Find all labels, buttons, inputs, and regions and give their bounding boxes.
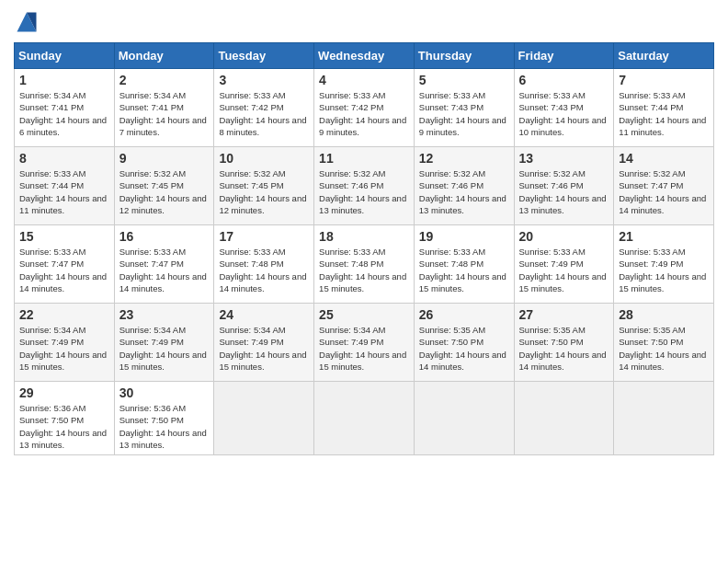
day-number: 8: [19, 151, 109, 166]
day-info: Sunrise: 5:34 AM Sunset: 7:49 PM Dayligh…: [319, 324, 409, 373]
calendar-day-cell: [514, 382, 614, 455]
day-info: Sunrise: 5:33 AM Sunset: 7:43 PM Dayligh…: [419, 89, 509, 138]
day-info: Sunrise: 5:33 AM Sunset: 7:49 PM Dayligh…: [619, 246, 709, 294]
day-info: Sunrise: 5:36 AM Sunset: 7:50 PM Dayligh…: [19, 402, 109, 451]
calendar-day-cell: [214, 382, 314, 455]
calendar-day-cell: 18 Sunrise: 5:33 AM Sunset: 7:48 PM Dayl…: [314, 225, 415, 304]
day-info: Sunrise: 5:35 AM Sunset: 7:50 PM Dayligh…: [619, 324, 709, 373]
day-info: Sunrise: 5:33 AM Sunset: 7:48 PM Dayligh…: [219, 246, 309, 294]
day-info: Sunrise: 5:35 AM Sunset: 7:50 PM Dayligh…: [519, 324, 609, 373]
day-info: Sunrise: 5:33 AM Sunset: 7:44 PM Dayligh…: [19, 167, 109, 216]
calendar-day-cell: 2 Sunrise: 5:34 AM Sunset: 7:41 PM Dayli…: [114, 69, 214, 147]
day-info: Sunrise: 5:33 AM Sunset: 7:42 PM Dayligh…: [219, 89, 309, 138]
day-info: Sunrise: 5:32 AM Sunset: 7:47 PM Dayligh…: [619, 167, 709, 216]
calendar-week-row: 8 Sunrise: 5:33 AM Sunset: 7:44 PM Dayli…: [15, 147, 714, 225]
day-number: 13: [519, 151, 609, 166]
calendar-day-cell: [314, 382, 415, 455]
day-info: Sunrise: 5:32 AM Sunset: 7:45 PM Dayligh…: [219, 167, 309, 216]
day-header-tuesday: Tuesday: [214, 43, 314, 69]
day-info: Sunrise: 5:33 AM Sunset: 7:43 PM Dayligh…: [519, 89, 609, 138]
calendar-day-cell: 28 Sunrise: 5:35 AM Sunset: 7:50 PM Dayl…: [614, 304, 714, 382]
day-info: Sunrise: 5:34 AM Sunset: 7:49 PM Dayligh…: [19, 324, 109, 373]
day-number: 21: [619, 229, 709, 244]
calendar-day-cell: 26 Sunrise: 5:35 AM Sunset: 7:50 PM Dayl…: [414, 304, 514, 382]
calendar-day-cell: [414, 382, 514, 455]
calendar-day-cell: 16 Sunrise: 5:33 AM Sunset: 7:47 PM Dayl…: [114, 225, 214, 304]
calendar-week-row: 22 Sunrise: 5:34 AM Sunset: 7:49 PM Dayl…: [15, 304, 714, 382]
calendar-week-row: 29 Sunrise: 5:36 AM Sunset: 7:50 PM Dayl…: [15, 382, 714, 455]
day-number: 7: [619, 73, 709, 87]
calendar-day-cell: 4 Sunrise: 5:33 AM Sunset: 7:42 PM Dayli…: [314, 69, 415, 147]
page-header: [14, 9, 714, 35]
day-info: Sunrise: 5:33 AM Sunset: 7:48 PM Dayligh…: [419, 246, 509, 294]
day-number: 16: [119, 229, 210, 244]
calendar-day-cell: 7 Sunrise: 5:33 AM Sunset: 7:44 PM Dayli…: [614, 69, 714, 147]
calendar-week-row: 1 Sunrise: 5:34 AM Sunset: 7:41 PM Dayli…: [15, 69, 714, 147]
day-info: Sunrise: 5:34 AM Sunset: 7:41 PM Dayligh…: [119, 89, 210, 138]
day-number: 19: [419, 229, 509, 244]
day-number: 4: [319, 73, 409, 87]
day-number: 15: [19, 229, 109, 244]
calendar-table: SundayMondayTuesdayWednesdayThursdayFrid…: [14, 42, 714, 455]
day-header-monday: Monday: [114, 43, 214, 69]
logo-icon: [14, 9, 40, 35]
day-number: 18: [319, 229, 409, 244]
calendar-day-cell: 10 Sunrise: 5:32 AM Sunset: 7:45 PM Dayl…: [214, 147, 314, 225]
calendar-day-cell: 20 Sunrise: 5:33 AM Sunset: 7:49 PM Dayl…: [514, 225, 614, 304]
day-number: 26: [419, 307, 509, 322]
day-info: Sunrise: 5:32 AM Sunset: 7:45 PM Dayligh…: [119, 167, 210, 216]
calendar-day-cell: 22 Sunrise: 5:34 AM Sunset: 7:49 PM Dayl…: [15, 304, 115, 382]
day-info: Sunrise: 5:33 AM Sunset: 7:44 PM Dayligh…: [619, 89, 709, 138]
day-number: 10: [219, 151, 309, 166]
day-info: Sunrise: 5:35 AM Sunset: 7:50 PM Dayligh…: [419, 324, 509, 373]
day-number: 30: [119, 385, 210, 400]
day-info: Sunrise: 5:36 AM Sunset: 7:50 PM Dayligh…: [119, 402, 210, 451]
calendar-day-cell: 17 Sunrise: 5:33 AM Sunset: 7:48 PM Dayl…: [214, 225, 314, 304]
day-number: 2: [119, 73, 210, 87]
calendar-day-cell: 23 Sunrise: 5:34 AM Sunset: 7:49 PM Dayl…: [114, 304, 214, 382]
day-number: 14: [619, 151, 709, 166]
day-number: 23: [119, 307, 210, 322]
calendar-day-cell: 9 Sunrise: 5:32 AM Sunset: 7:45 PM Dayli…: [114, 147, 214, 225]
day-number: 12: [419, 151, 509, 166]
day-number: 20: [519, 229, 609, 244]
day-info: Sunrise: 5:33 AM Sunset: 7:47 PM Dayligh…: [119, 246, 210, 294]
calendar-header-row: SundayMondayTuesdayWednesdayThursdayFrid…: [15, 43, 714, 69]
day-number: 29: [19, 385, 109, 400]
day-info: Sunrise: 5:33 AM Sunset: 7:48 PM Dayligh…: [319, 246, 409, 294]
calendar-week-row: 15 Sunrise: 5:33 AM Sunset: 7:47 PM Dayl…: [15, 225, 714, 304]
day-number: 27: [519, 307, 609, 322]
day-header-sunday: Sunday: [15, 43, 115, 69]
calendar-day-cell: 25 Sunrise: 5:34 AM Sunset: 7:49 PM Dayl…: [314, 304, 415, 382]
calendar-day-cell: 21 Sunrise: 5:33 AM Sunset: 7:49 PM Dayl…: [614, 225, 714, 304]
day-number: 24: [219, 307, 309, 322]
calendar-day-cell: 27 Sunrise: 5:35 AM Sunset: 7:50 PM Dayl…: [514, 304, 614, 382]
day-info: Sunrise: 5:32 AM Sunset: 7:46 PM Dayligh…: [319, 167, 409, 216]
logo: [14, 9, 43, 35]
calendar-day-cell: 12 Sunrise: 5:32 AM Sunset: 7:46 PM Dayl…: [414, 147, 514, 225]
day-header-friday: Friday: [514, 43, 614, 69]
day-number: 9: [119, 151, 210, 166]
day-number: 22: [19, 307, 109, 322]
day-info: Sunrise: 5:33 AM Sunset: 7:49 PM Dayligh…: [519, 246, 609, 294]
day-info: Sunrise: 5:33 AM Sunset: 7:47 PM Dayligh…: [19, 246, 109, 294]
calendar-day-cell: 3 Sunrise: 5:33 AM Sunset: 7:42 PM Dayli…: [214, 69, 314, 147]
day-number: 17: [219, 229, 309, 244]
calendar-day-cell: 1 Sunrise: 5:34 AM Sunset: 7:41 PM Dayli…: [15, 69, 115, 147]
day-number: 28: [619, 307, 709, 322]
calendar-day-cell: [614, 382, 714, 455]
calendar-day-cell: 5 Sunrise: 5:33 AM Sunset: 7:43 PM Dayli…: [414, 69, 514, 147]
day-info: Sunrise: 5:34 AM Sunset: 7:41 PM Dayligh…: [19, 89, 109, 138]
calendar-day-cell: 15 Sunrise: 5:33 AM Sunset: 7:47 PM Dayl…: [15, 225, 115, 304]
day-header-wednesday: Wednesday: [314, 43, 415, 69]
calendar-day-cell: 14 Sunrise: 5:32 AM Sunset: 7:47 PM Dayl…: [614, 147, 714, 225]
calendar-day-cell: 19 Sunrise: 5:33 AM Sunset: 7:48 PM Dayl…: [414, 225, 514, 304]
day-number: 3: [219, 73, 309, 87]
calendar-day-cell: 24 Sunrise: 5:34 AM Sunset: 7:49 PM Dayl…: [214, 304, 314, 382]
day-number: 6: [519, 73, 609, 87]
day-info: Sunrise: 5:32 AM Sunset: 7:46 PM Dayligh…: [419, 167, 509, 216]
day-number: 25: [319, 307, 409, 322]
day-info: Sunrise: 5:32 AM Sunset: 7:46 PM Dayligh…: [519, 167, 609, 216]
calendar-day-cell: 29 Sunrise: 5:36 AM Sunset: 7:50 PM Dayl…: [15, 382, 115, 455]
calendar-day-cell: 30 Sunrise: 5:36 AM Sunset: 7:50 PM Dayl…: [114, 382, 214, 455]
